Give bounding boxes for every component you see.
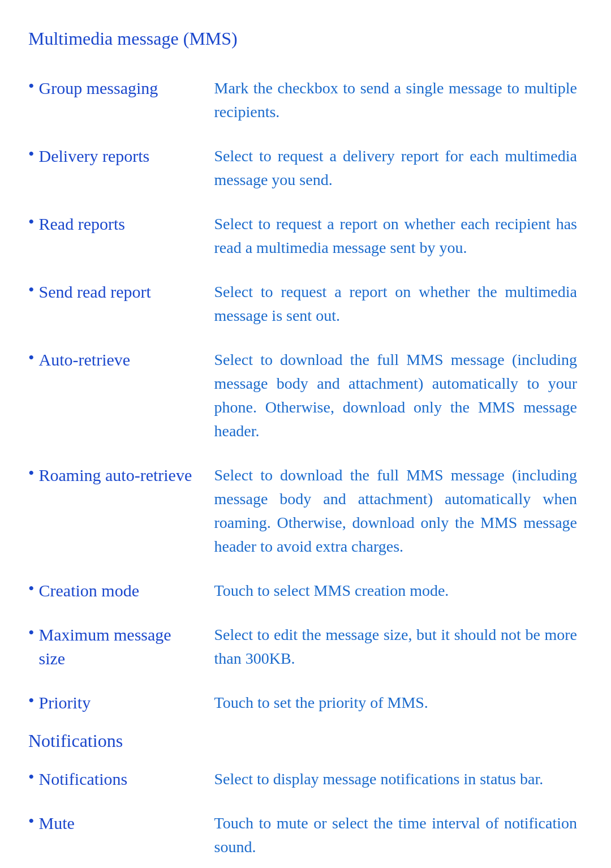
item-description: Mark the checkbox to send a single messa…: [214, 66, 583, 134]
item-description: Select to request a report on whether th…: [214, 270, 583, 338]
item-description: Select to request a report on whether ea…: [214, 202, 583, 270]
term-label: Roaming auto-retrieve: [39, 463, 209, 487]
item-description: Touch to select MMS creation mode.: [214, 569, 583, 613]
page-content: Multimedia message (MMS) • Group messagi…: [28, 28, 583, 868]
term-label: Notifications: [39, 767, 209, 791]
list-item: • Read reports Select to request a repor…: [28, 202, 583, 270]
term-label: Priority: [39, 691, 209, 715]
item-description: Touch to mute or select the time interva…: [214, 801, 583, 868]
section-header-mms: Multimedia message (MMS): [28, 28, 583, 49]
bullet-icon: •: [28, 348, 39, 367]
term-label: Creation mode: [39, 579, 209, 603]
list-item: • Roaming auto-retrieve Select to downlo…: [28, 453, 583, 569]
mms-items-table: • Group messaging Mark the checkbox to s…: [28, 66, 583, 725]
term-label: Delivery reports: [39, 144, 209, 168]
list-item: • Group messaging Mark the checkbox to s…: [28, 66, 583, 134]
bullet-icon: •: [28, 144, 39, 164]
list-item: • Mute Touch to mute or select the time …: [28, 801, 583, 868]
bullet-icon: •: [28, 767, 39, 787]
list-item: • Delivery reports Select to request a d…: [28, 134, 583, 202]
bullet-icon: •: [28, 623, 39, 642]
bullet-icon: •: [28, 691, 39, 710]
bullet-icon: •: [28, 811, 39, 831]
bullet-icon: •: [28, 280, 39, 299]
item-description: Select to request a delivery report for …: [214, 134, 583, 202]
item-description: Select to download the full MMS message …: [214, 453, 583, 569]
item-description: Select to download the full MMS message …: [214, 338, 583, 453]
item-description: Touch to set the priority of MMS.: [214, 681, 583, 725]
list-item: • Maximum message size Select to edit th…: [28, 613, 583, 681]
term-label: Mute: [39, 811, 209, 835]
term-label: Send read report: [39, 280, 209, 304]
bullet-icon: •: [28, 212, 39, 231]
item-description: Select to display message notifications …: [214, 757, 583, 801]
list-item: • Notifications Select to display messag…: [28, 757, 583, 801]
list-item: • Auto-retrieve Select to download the f…: [28, 338, 583, 453]
notifications-items-table: • Notifications Select to display messag…: [28, 757, 583, 868]
section-header-notifications: Notifications: [28, 731, 583, 751]
list-item: • Creation mode Touch to select MMS crea…: [28, 569, 583, 613]
item-description: Select to edit the message size, but it …: [214, 613, 583, 681]
term-label: Maximum message size: [39, 623, 209, 671]
term-label: Group messaging: [39, 76, 209, 100]
term-label: Auto-retrieve: [39, 348, 209, 372]
list-item: • Priority Touch to set the priority of …: [28, 681, 583, 725]
bullet-icon: •: [28, 463, 39, 483]
term-label: Read reports: [39, 212, 209, 236]
bullet-icon: •: [28, 76, 39, 96]
bullet-icon: •: [28, 579, 39, 598]
list-item: • Send read report Select to request a r…: [28, 270, 583, 338]
